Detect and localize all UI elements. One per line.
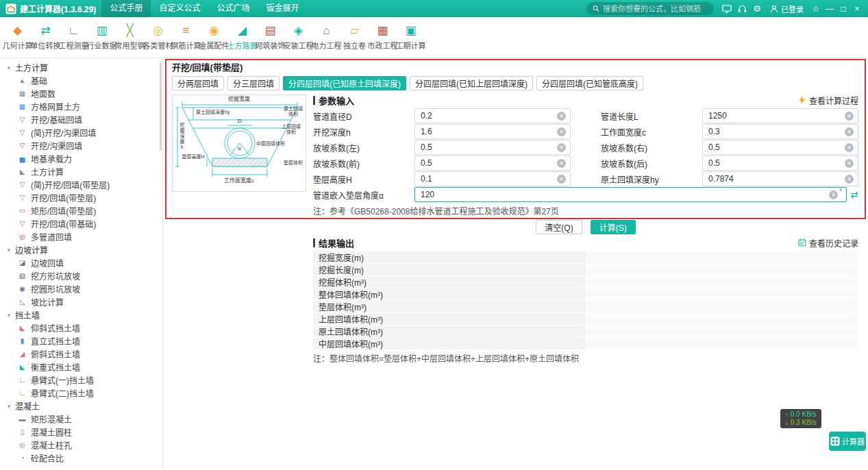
- sidebar-item[interactable]: ▅ 地基承载力: [0, 152, 162, 165]
- sidebar-item[interactable]: ▮ 直立式挡土墙: [0, 334, 162, 347]
- sidebar-item[interactable]: ▦ 地面数: [0, 87, 162, 100]
- rebar-calc-icon: ≡: [183, 24, 190, 38]
- menu-item[interactable]: 自定义公式: [151, 0, 208, 17]
- sidebar-item[interactable]: ▽ 开挖/沟渠回填: [0, 139, 162, 152]
- sidebar-item[interactable]: ▯ 混凝土圆柱: [0, 425, 162, 438]
- view-process-link[interactable]: 查看计算过程: [798, 95, 858, 106]
- clear-icon[interactable]: ×: [845, 127, 854, 136]
- toolbar-item[interactable]: ▱ 独立卷: [340, 24, 369, 51]
- sidebar-item[interactable]: ▽ (简)开挖/回填(带垫层): [0, 178, 162, 191]
- tab[interactable]: 分四层回填(已知原土回填深度): [283, 76, 406, 90]
- param-input[interactable]: [421, 158, 557, 168]
- sidebar-item[interactable]: ◣ 土方计算: [0, 165, 162, 178]
- sidebar-item[interactable]: ▾ 混凝土: [0, 399, 162, 412]
- sidebar-item[interactable]: ▾ 土方计算: [0, 61, 162, 74]
- sidebar-item[interactable]: ∟ 悬臂式(二)挡土墙: [0, 386, 162, 399]
- swap-arrows-icon[interactable]: ⇄: [850, 189, 858, 200]
- toolbar-item[interactable]: ≡ 钢筋计算: [172, 24, 200, 51]
- close-button[interactable]: ×: [850, 0, 864, 17]
- pin-icon[interactable]: ☆: [809, 0, 823, 17]
- sidebar-item[interactable]: ▲ 基础: [0, 74, 162, 87]
- params-panel: 参数输入 查看计算过程 管道直径D ×: [313, 95, 868, 234]
- param-input-wrap: ×: [414, 124, 571, 139]
- toolbar-item[interactable]: ◉ 金属配件: [200, 24, 228, 51]
- param-input[interactable]: [708, 174, 845, 184]
- param-input[interactable]: [421, 143, 557, 152]
- clear-icon[interactable]: ×: [557, 127, 566, 136]
- param-input[interactable]: [421, 174, 557, 184]
- sidebar-item[interactable]: ◣ 仰斜式挡土墙: [0, 321, 162, 334]
- toolbar-item[interactable]: ▦ 市政工程: [369, 24, 397, 51]
- sidebar-item[interactable]: ▽ 开挖/基础回填: [0, 113, 162, 126]
- clear-icon[interactable]: ×: [845, 112, 854, 121]
- headset-icon[interactable]: [734, 0, 749, 17]
- angle-input[interactable]: [421, 190, 829, 199]
- sidebar-scrollbar[interactable]: [160, 62, 162, 151]
- sidebar-item[interactable]: ◔ 砼配合比: [0, 452, 162, 465]
- sidebar-item[interactable]: ◣ 衡重式挡土墙: [0, 360, 162, 373]
- tab[interactable]: 分四层回填(已知管底高度): [536, 76, 643, 90]
- result-label: 上层回填体积(m³): [313, 313, 586, 325]
- toolbar-item[interactable]: ◢ 土方路面: [228, 24, 256, 51]
- param-input[interactable]: [708, 127, 845, 136]
- tab[interactable]: 分四层回填(已知上层回填深度): [410, 76, 533, 90]
- tab[interactable]: 分三层回填: [227, 76, 280, 90]
- param-input[interactable]: [421, 111, 557, 121]
- menu-item[interactable]: 公式手册: [101, 0, 151, 17]
- sidebar-item[interactable]: ▬ 矩形混凝土: [0, 412, 162, 425]
- sidebar-item[interactable]: ▽ 开挖/回填(带垫层): [0, 191, 162, 204]
- clear-icon[interactable]: ×: [845, 143, 854, 152]
- toolbar-item[interactable]: ⌂ 电力工程: [312, 24, 340, 51]
- sidebar-item[interactable]: ▭ 矩形/回填(带垫层): [0, 204, 162, 217]
- menu-item[interactable]: 钣金展开: [258, 0, 307, 17]
- clear-icon[interactable]: ×: [557, 143, 566, 152]
- forward-batter-wall-icon: ◢: [18, 350, 27, 358]
- clear-icon[interactable]: ×: [845, 159, 854, 168]
- calculate-button[interactable]: 计算(S): [591, 220, 636, 234]
- clear-icon[interactable]: ×: [557, 112, 566, 121]
- toolbar-item[interactable]: ◎ 各类管材: [144, 24, 172, 51]
- sidebar-item[interactable]: ◢ 俯斜式挡土墙: [0, 347, 162, 360]
- tab[interactable]: 分两层回填: [172, 76, 224, 90]
- sidebar-item[interactable]: ▾ 边坡计算: [0, 243, 162, 256]
- toolbar-item[interactable]: ∟ 工程测量: [60, 24, 88, 51]
- sidebar-item[interactable]: ▽ 开挖/回填(带基础): [0, 217, 162, 230]
- param-input[interactable]: [421, 127, 557, 136]
- sidebar-item[interactable]: ▾ 挡土墙: [0, 308, 162, 321]
- toolbar-item[interactable]: ⇄ 单位转换: [32, 24, 60, 51]
- clear-icon[interactable]: ×: [557, 175, 566, 184]
- clear-button[interactable]: 清空(Q): [536, 220, 582, 234]
- menu-item[interactable]: 公式广场: [208, 0, 258, 17]
- toolbar-item[interactable]: ◆ 几何计算: [3, 24, 32, 51]
- param-input[interactable]: [708, 158, 845, 168]
- toolbar-item[interactable]: ▥ 行业数据: [88, 24, 116, 51]
- calculator-fab-button[interactable]: 计算器: [829, 432, 866, 451]
- clear-icon[interactable]: ×: [845, 175, 854, 184]
- toolbar-item[interactable]: ▤ 砌筑装饰: [256, 24, 284, 51]
- toolbar-item[interactable]: ╳ 常用型钢: [116, 24, 144, 51]
- sidebar-item[interactable]: ∟ 悬臂式(一)挡土墙: [0, 373, 162, 386]
- toolbar-item[interactable]: ◈ 安装工程: [284, 24, 312, 51]
- clear-icon[interactable]: ×: [829, 190, 838, 199]
- search-box[interactable]: [586, 2, 714, 15]
- clear-icon[interactable]: ×: [557, 159, 566, 168]
- toolbar-item[interactable]: ▣ 工期计算: [397, 24, 425, 51]
- sidebar-item[interactable]: ▧ 挖方形坑放坡: [0, 269, 162, 282]
- sidebar-item[interactable]: ◎ 多管道回填: [0, 230, 162, 243]
- monitor-icon[interactable]: [719, 0, 734, 17]
- maximize-button[interactable]: □: [836, 0, 850, 17]
- login-button[interactable]: 已登录: [765, 3, 809, 14]
- gear-icon[interactable]: ⚙: [749, 0, 765, 17]
- sidebar-item[interactable]: ◉ 挖圆形坑放坡: [0, 282, 162, 295]
- sidebar-item[interactable]: ◎ 混凝土柱孔: [0, 438, 162, 452]
- sidebar-item[interactable]: ◺ 坡比计算: [0, 295, 162, 308]
- sidebar-item[interactable]: ▽ (简)开挖/沟渠回填: [0, 126, 162, 139]
- view-history-link[interactable]: 查看历史记录: [798, 237, 858, 249]
- param-input[interactable]: [708, 111, 845, 121]
- balance-weight-wall-icon: ◣: [18, 363, 27, 371]
- sidebar-item[interactable]: ◪ 边坡回填: [0, 256, 162, 269]
- search-input[interactable]: [603, 5, 708, 13]
- minimize-button[interactable]: —: [823, 0, 836, 17]
- sidebar-item[interactable]: ▦ 方格网算土方: [0, 100, 162, 113]
- param-input[interactable]: [708, 143, 845, 152]
